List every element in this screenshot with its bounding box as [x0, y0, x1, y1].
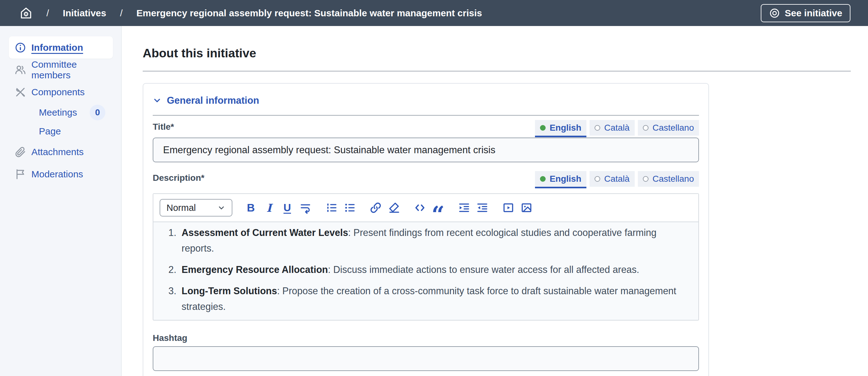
list-item-text: : Discuss immediate actions to ensure wa… — [328, 264, 640, 275]
section-header-label: General information — [167, 95, 259, 106]
chevron-down-icon — [217, 204, 225, 212]
list-item: Emergency Resource Allocation: Discuss i… — [179, 262, 687, 277]
underline-icon[interactable] — [280, 201, 294, 215]
image-icon[interactable] — [519, 201, 534, 215]
page-title-divider — [143, 71, 851, 71]
sidebar-item-label: Meetings — [39, 107, 77, 118]
sidebar-item-components[interactable]: Components — [9, 81, 113, 103]
list-item: Long-Term Solutions: Propose the creatio… — [179, 283, 687, 314]
flag-icon — [14, 168, 26, 180]
title-language-tabs: English Català Castellano — [535, 120, 699, 136]
breadcrumb-home-link[interactable] — [20, 7, 33, 20]
topbar: / Initiatives / Emergency regional assem… — [0, 0, 868, 26]
sidebar-item-committee-members[interactable]: Committee members — [9, 59, 113, 81]
list-item-bold-text: Emergency Resource Allocation — [182, 264, 328, 275]
breadcrumb-current-page: Emergency regional assembly request: Sus… — [136, 8, 482, 19]
unselected-dot-icon — [594, 125, 600, 131]
language-tab-label: English — [550, 123, 581, 133]
see-initiative-button[interactable]: See initiative — [761, 4, 850, 22]
indent-decrease-icon[interactable] — [475, 201, 490, 215]
text-wrap-icon[interactable] — [298, 201, 313, 215]
link-icon[interactable] — [368, 201, 383, 215]
meetings-count-badge: 0 — [90, 105, 105, 120]
sidebar-item-label: Moderations — [31, 169, 83, 179]
hashtag-input[interactable] — [153, 346, 699, 371]
unselected-dot-icon — [643, 176, 649, 182]
editor-content-area[interactable]: Assessment of Current Water Levels: Pres… — [153, 221, 699, 320]
see-initiative-label: See initiative — [785, 8, 842, 19]
language-tab-label: Castellano — [653, 174, 694, 184]
language-tab-catala[interactable]: Català — [590, 120, 635, 136]
language-tab-castellano[interactable]: Castellano — [638, 171, 699, 187]
video-icon[interactable] — [501, 201, 516, 215]
sidebar-item-label: Page — [39, 126, 61, 137]
language-tab-castellano[interactable]: Castellano — [638, 120, 699, 136]
description-rich-text-editor: Normal — [153, 193, 699, 320]
sidebar-item-meetings[interactable]: Meetings 0 — [9, 103, 113, 122]
unordered-list-icon[interactable] — [342, 201, 357, 215]
bold-icon[interactable] — [244, 201, 258, 215]
title-field-label: Title* — [153, 121, 174, 136]
info-icon — [14, 42, 26, 54]
language-tab-label: English — [550, 174, 581, 184]
page-title: About this initiative — [143, 46, 851, 60]
list-item-bold-text: Long-Term Solutions — [182, 285, 277, 296]
description-field-label: Description* — [153, 172, 205, 187]
section-divider — [153, 115, 699, 115]
breadcrumb-initiatives-link[interactable]: Initiatives — [63, 8, 106, 19]
sidebar-item-label: Committee members — [31, 59, 107, 80]
unselected-dot-icon — [594, 176, 600, 182]
general-information-card: General information Title* English Catal… — [143, 83, 709, 376]
sidebar-item-label: Attachments — [31, 147, 84, 157]
paragraph-format-select[interactable]: Normal — [160, 199, 232, 216]
description-language-tabs: English Català Castellano — [535, 171, 699, 187]
language-tab-english[interactable]: English — [535, 171, 586, 187]
home-gear-icon — [20, 7, 33, 20]
hashtag-field-label: Hashtag — [153, 333, 187, 345]
language-tab-catala[interactable]: Català — [590, 171, 635, 187]
general-information-toggle[interactable]: General information — [153, 93, 699, 115]
quote-icon[interactable] — [431, 201, 445, 215]
eraser-icon[interactable] — [386, 201, 401, 215]
selected-dot-icon — [540, 125, 546, 131]
breadcrumb-separator: / — [46, 8, 49, 19]
tools-icon — [14, 86, 26, 98]
language-tab-label: Català — [604, 174, 630, 184]
title-input[interactable] — [153, 138, 699, 162]
selected-dot-icon — [540, 176, 546, 182]
unselected-dot-icon — [643, 125, 649, 131]
ordered-list-icon[interactable] — [324, 201, 339, 215]
sidebar-item-moderations[interactable]: Moderations — [9, 163, 113, 185]
format-select-value: Normal — [166, 203, 196, 213]
language-tab-label: Català — [604, 123, 630, 133]
editor-ordered-list: Assessment of Current Water Levels: Pres… — [165, 225, 687, 314]
language-tab-english[interactable]: English — [535, 120, 586, 136]
italic-icon[interactable] — [262, 201, 276, 215]
paperclip-icon — [14, 146, 26, 158]
list-item: Assessment of Current Water Levels: Pres… — [179, 225, 687, 256]
sidebar-item-label: Components — [31, 87, 85, 97]
breadcrumb-separator: / — [120, 8, 123, 19]
code-icon[interactable] — [413, 201, 427, 215]
chevron-down-icon — [153, 96, 161, 105]
sidebar-item-attachments[interactable]: Attachments — [9, 141, 113, 163]
sidebar-item-page[interactable]: Page — [9, 122, 113, 141]
main-content: About this initiative General informatio… — [122, 26, 868, 376]
language-tab-label: Castellano — [653, 123, 694, 133]
editor-toolbar: Normal — [153, 194, 699, 221]
users-icon — [14, 64, 26, 76]
sidebar-item-information[interactable]: Information — [9, 36, 113, 59]
sidebar-item-label: Information — [31, 42, 83, 53]
sidebar: Information Committee members — [0, 26, 122, 376]
eye-icon — [769, 7, 780, 19]
indent-increase-icon[interactable] — [457, 201, 471, 215]
list-item-bold-text: Assessment of Current Water Levels — [182, 227, 348, 238]
